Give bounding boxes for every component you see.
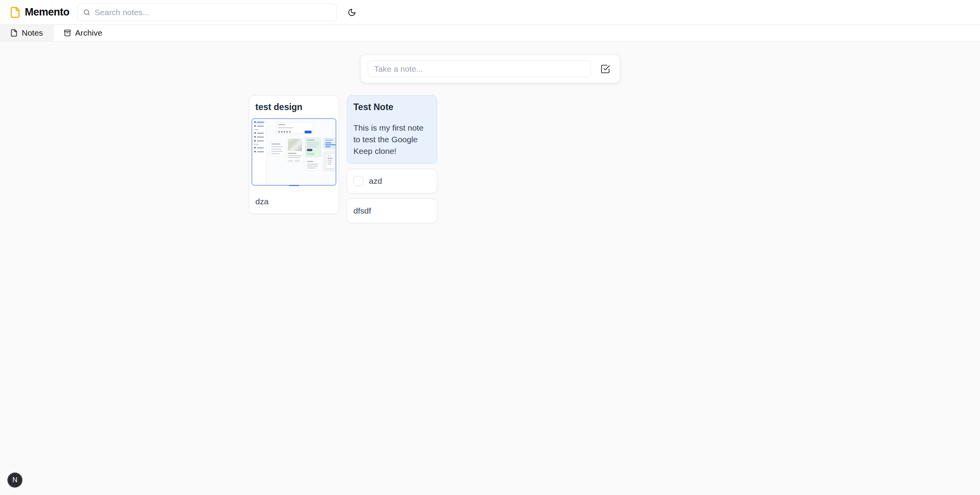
app-header: Memento [0, 0, 980, 25]
note-card-test-design[interactable]: test design [249, 95, 339, 214]
notes-column-2: Test Note This is my first note to test … [347, 95, 437, 223]
search-box[interactable] [77, 3, 337, 21]
avatar-initial: N [12, 476, 17, 484]
new-checklist-button[interactable] [598, 62, 613, 76]
note-card-azd[interactable]: azd [347, 169, 437, 193]
tab-bar: Notes Archive [0, 25, 980, 41]
note-title: test design [255, 102, 332, 113]
notes-grid: test design [249, 95, 731, 223]
note-file-icon [9, 7, 21, 18]
note-image-thumbnail[interactable] [251, 118, 336, 186]
thumbnail-main-area [266, 119, 336, 185]
user-avatar[interactable]: N [7, 473, 22, 488]
tab-archive-label: Archive [75, 28, 102, 38]
app-title: Memento [25, 6, 69, 18]
tab-notes[interactable]: Notes [0, 25, 53, 41]
file-icon [10, 29, 18, 37]
notes-page: test design [249, 41, 731, 223]
note-body: azd [369, 175, 382, 187]
note-body: dza [255, 196, 332, 207]
theme-toggle-button[interactable] [344, 5, 359, 20]
note-title: Test Note [353, 102, 431, 113]
note-card-dfsdf[interactable]: dfsdf [347, 198, 437, 223]
thumbnail-app-mockup [252, 119, 336, 185]
thumbnail-handle [289, 185, 299, 186]
moon-icon [348, 8, 356, 17]
thumbnail-sidebar [252, 119, 266, 185]
note-item-checkbox[interactable] [353, 176, 363, 186]
take-a-note-card [360, 55, 620, 83]
app-logo: Memento [9, 6, 69, 18]
note-body: dfsdf [353, 205, 431, 217]
note-body: This is my first note to test the Google… [353, 122, 431, 157]
search-input[interactable] [95, 8, 331, 17]
tab-notes-label: Notes [22, 28, 43, 38]
checklist-icon [600, 64, 610, 74]
notes-column-1: test design [249, 95, 339, 214]
search-icon [83, 9, 91, 16]
tab-archive[interactable]: Archive [53, 25, 112, 41]
take-a-note-input[interactable] [368, 60, 591, 77]
note-card-test-note[interactable]: Test Note This is my first note to test … [347, 95, 437, 164]
archive-icon [64, 29, 71, 37]
